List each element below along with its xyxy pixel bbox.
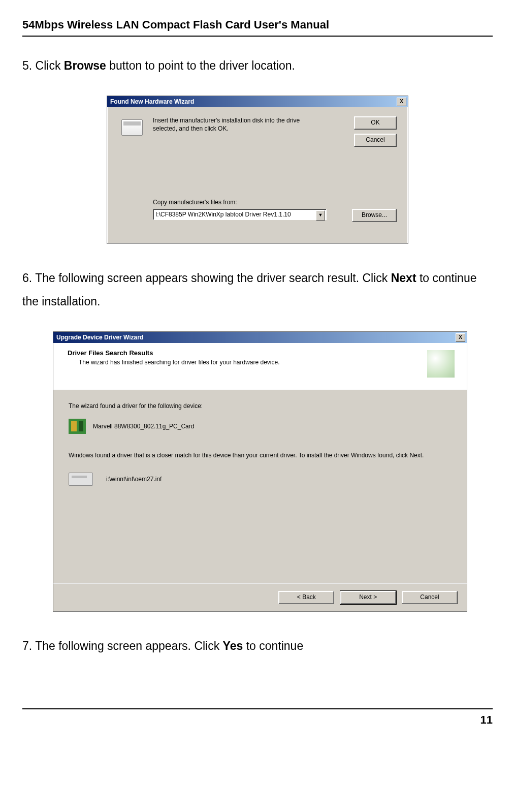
step-7: 7. The following screen appears. Click Y…	[22, 634, 493, 658]
cancel-button[interactable]: Cancel	[402, 591, 458, 604]
dialog1-message: Insert the manufacturer's installation d…	[153, 116, 320, 133]
dialog2-header-panel: Driver Files Search Results The wizard h…	[53, 343, 467, 390]
step7-suffix: to continue	[243, 639, 303, 652]
dialog2-title: Upgrade Device Driver Wizard	[56, 334, 143, 341]
step5-bold: Browse	[64, 59, 106, 72]
step5-suffix: button to point to the driver location.	[106, 59, 295, 72]
browse-button[interactable]: Browse...	[352, 209, 397, 222]
dialog1-title: Found New Hardware Wizard	[110, 98, 194, 105]
copy-from-label: Copy manufacturer's files from:	[153, 199, 237, 206]
step7-prefix: 7. The following screen appears. Click	[22, 639, 223, 652]
dialog2-head-title: Driver Files Search Results	[68, 349, 457, 357]
dialog1-titlebar: Found New Hardware Wizard X	[107, 96, 408, 107]
driver-description: Windows found a driver that is a closer …	[69, 451, 424, 459]
disk-icon	[121, 119, 143, 136]
upgrade-driver-wizard-dialog: Upgrade Device Driver Wizard X Driver Fi…	[53, 331, 467, 612]
dropdown-arrow-icon[interactable]: ▼	[316, 210, 325, 221]
inf-path: i:\winnt\inf\oem27.inf	[106, 476, 162, 483]
back-button[interactable]: < Back	[278, 591, 334, 604]
step6-bold: Next	[391, 271, 416, 285]
dialog2-head-subtitle: The wizard has finished searching for dr…	[79, 359, 363, 366]
dialog2-footer: < Back Next > Cancel	[53, 583, 467, 611]
step7-bold: Yes	[223, 639, 243, 652]
path-value: I:\CF8385P Win2KWinXp labtool Driver Rev…	[155, 211, 291, 218]
cancel-button[interactable]: Cancel	[354, 134, 397, 147]
wizard-graphic-icon	[427, 350, 455, 378]
step6-prefix: 6. The following screen appears showing …	[22, 271, 391, 285]
device-card-icon	[69, 419, 86, 434]
step-5: 5. Click Browse button to point to the d…	[22, 54, 493, 77]
step-6: 6. The following screen appears showing …	[22, 266, 493, 313]
dialog2-titlebar: Upgrade Device Driver Wizard X	[53, 332, 467, 343]
step5-prefix: 5. Click	[22, 59, 64, 72]
found-new-hardware-dialog: Found New Hardware Wizard X Insert the m…	[107, 96, 408, 244]
next-button[interactable]: Next >	[340, 591, 396, 604]
page-number: 11	[22, 708, 493, 727]
ok-button[interactable]: OK	[354, 116, 397, 130]
drive-icon	[69, 473, 93, 486]
device-name: Marvell 88W8300_802.11g_PC_Card	[93, 423, 194, 430]
found-device-label: The wizard found a driver for the follow…	[69, 402, 452, 410]
document-header: 54Mbps Wireless LAN Compact Flash Card U…	[22, 18, 493, 37]
close-button[interactable]: X	[456, 333, 465, 342]
close-button[interactable]: X	[397, 98, 406, 106]
copy-from-path-input[interactable]: I:\CF8385P Win2KWinXp labtool Driver Rev…	[153, 209, 327, 220]
